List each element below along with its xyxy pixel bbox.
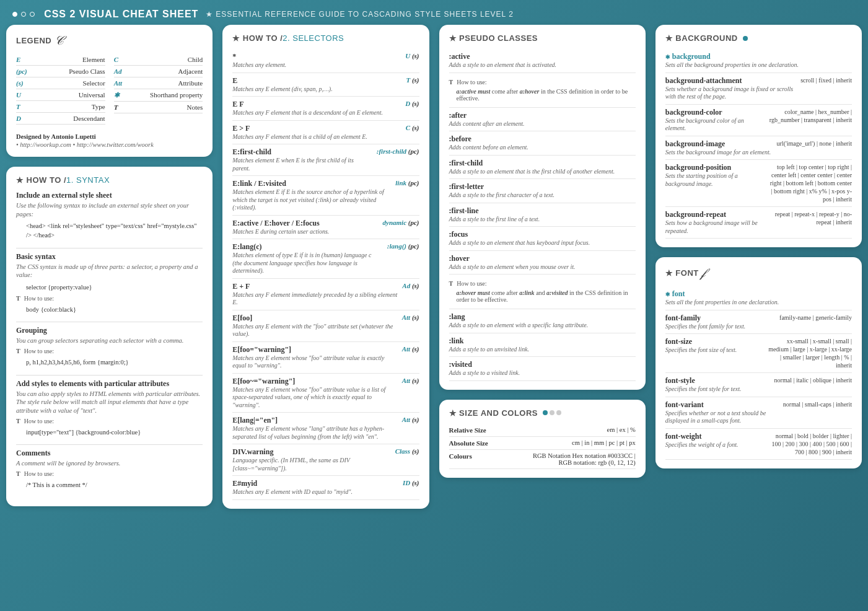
- property-name: font-size: [665, 337, 763, 346]
- legend-row: CChild: [114, 54, 203, 66]
- selector-left: EMatches any E element (div, span, p,…).: [232, 76, 401, 94]
- selector-desc: Matches E during certain user actions.: [232, 228, 377, 236]
- selector-item: DIV.warningLanguage specific. (In HTML, …: [232, 444, 419, 476]
- selector-left: DIV.warningLanguage specific. (In HTML, …: [232, 447, 390, 472]
- property-item: font-variantSpecifies whether or not a t…: [665, 397, 852, 429]
- syntax-section: Add styles to elements with particular a…: [16, 379, 203, 437]
- divider: [16, 322, 203, 322]
- selector-desc: Matches any element.: [232, 61, 400, 69]
- syntax-section: Basic syntaxThe CSS syntax is made up of…: [16, 252, 203, 315]
- legend-title: LEGEND 𝒞: [16, 33, 203, 48]
- legend-key: T: [114, 103, 118, 111]
- selector-item: E:lang(c)Matches element of type E if it…: [232, 239, 419, 279]
- size-label: Absolute Size: [449, 439, 488, 447]
- background-body: backgroundSets all the background proper…: [665, 49, 852, 239]
- property-left: background-attachmentSets whether a back…: [665, 76, 796, 101]
- size-dots: [543, 410, 561, 415]
- property-name: background-image: [665, 139, 772, 149]
- selector-desc: Matches any F element that is a descenda…: [232, 109, 400, 117]
- property-item: font-weightSpecifies the weight of a fon…: [665, 429, 852, 460]
- page-title: CSS 2 VISUAL CHEAT SHEET: [44, 9, 198, 20]
- legend-col-right: CChildAdAdjacentAttAttribute✱Shorthand p…: [114, 54, 203, 125]
- selector-name: E:first-child: [232, 147, 372, 157]
- legend-value: Selector: [83, 79, 105, 87]
- property-desc: Specifies the weight of a font.: [665, 441, 763, 449]
- selector-desc: Matches element of type E if it is in (h…: [232, 252, 382, 275]
- legend-key: D: [16, 115, 21, 122]
- selector-left: E + FMatches any F element immediately p…: [232, 282, 397, 307]
- legend-value: Attribute: [178, 79, 203, 87]
- legend-row: (pc)Pseudo Class: [16, 66, 105, 77]
- code-block: <head> <link rel="stylesheet" type="text…: [26, 222, 203, 240]
- section-title: Comments: [16, 449, 203, 458]
- legend-grid: EElement(pc)Pseudo Class(s)SelectorUUniv…: [16, 54, 203, 125]
- selector-name: E[foo="warning"]: [232, 345, 397, 354]
- pseudo-name: :first-letter: [449, 182, 636, 191]
- property-values: scroll | fixed | inherit: [800, 76, 852, 84]
- section-desc: The CSS syntax is made up of three parts…: [16, 263, 203, 279]
- dot: [21, 12, 26, 17]
- property-name: background: [665, 52, 852, 61]
- property-values: family-name | generic-family: [779, 314, 852, 322]
- note-text: a:hover must come after a:link and a:vis…: [449, 287, 636, 306]
- howto2-num: 2. SELECTORS: [283, 33, 344, 43]
- selector-desc: Language specific. (In HTML, the same as…: [232, 457, 390, 472]
- legend-value: Type: [92, 103, 105, 110]
- size-title: ★ SIZE AND COLORS: [449, 408, 636, 418]
- size-row: ColoursRGB Notation Hex notation #0033CC…: [449, 450, 636, 469]
- property-values: url('image_url') | none | inherit: [777, 139, 852, 147]
- selector-desc: Matches any E element whose "foo" attrib…: [232, 386, 397, 410]
- size-title-text: ★ SIZE AND COLORS: [449, 408, 538, 418]
- legend-card: LEGEND 𝒞 EElement(pc)Pseudo Class(s)Sele…: [6, 25, 213, 157]
- property-left: font-familySpecifies the font family for…: [665, 314, 774, 331]
- legend-row: EElement: [16, 54, 105, 66]
- column-4: ★ BACKGROUND backgroundSets all the back…: [655, 25, 862, 509]
- property-desc: Specifies the font family for text.: [665, 323, 774, 331]
- pseudo-name: :after: [449, 111, 636, 120]
- column-2: ★ HOW TO / 2. SELECTORS *Matches any ele…: [222, 25, 429, 509]
- property-item: background-positionSets the starting pos…: [665, 160, 852, 207]
- selector-type: Att (s): [402, 416, 419, 423]
- note-text: a:active must come after a:hover in the …: [449, 86, 636, 104]
- property-desc: Sets the background image for an element…: [665, 149, 772, 157]
- pseudo-item: :first-letterAdds a style to the first c…: [449, 179, 636, 203]
- legend-row: TNotes: [114, 102, 203, 113]
- property-desc: Sets all the font properties in one decl…: [665, 299, 852, 307]
- column-1: LEGEND 𝒞 EElement(pc)Pseudo Class(s)Sele…: [6, 25, 213, 509]
- legend-col-left: EElement(pc)Pseudo Class(s)SelectorUUniv…: [16, 54, 105, 125]
- dot-active: [543, 410, 548, 415]
- howto1-body: Include an external style sheetUse the f…: [16, 191, 203, 490]
- main-columns: LEGEND 𝒞 EElement(pc)Pseudo Class(s)Sele…: [6, 25, 862, 509]
- pseudo-item: :langAdds a style to an element with a s…: [449, 309, 636, 333]
- property-left: background-positionSets the starting pos…: [665, 163, 763, 188]
- section-title: Add styles to elements with particular a…: [16, 379, 203, 389]
- selector-desc: Matches any E element whose "foo" attrib…: [232, 354, 397, 370]
- selector-item: E:first-childMatches element E when E is…: [232, 144, 419, 176]
- selector-desc: Matches any E element whose "lang" attri…: [232, 425, 397, 441]
- credit-author: Designed by Antonio Lupetti: [16, 133, 203, 140]
- property-values: top left | top center | top right | cent…: [768, 163, 852, 203]
- property-left: font-styleSpecifies the font style for t…: [665, 376, 769, 393]
- selector-type: Att (s): [402, 345, 419, 353]
- selector-left: E[foo~="warning"]Matches any E element w…: [232, 377, 397, 410]
- pseudo-item: :focusAdds a style to an element that ha…: [449, 227, 636, 251]
- legend-title-text: LEGEND: [16, 36, 51, 45]
- pseudo-title: ★ PSEUDO CLASSES: [449, 33, 636, 43]
- selector-type: C (s): [406, 124, 419, 131]
- section-desc: You can also apply styles to HTML elemen…: [16, 390, 203, 415]
- note-label: How to use:: [449, 280, 636, 287]
- legend-value: Pseudo Class: [69, 68, 105, 75]
- selector-item: *Matches any element.U (s): [232, 49, 419, 73]
- howto2-title: ★ HOW TO / 2. SELECTORS: [232, 33, 419, 43]
- legend-row: UUniversal: [16, 89, 105, 101]
- size-label: Colours: [449, 452, 472, 466]
- property-item: font-sizeSpecifies the font size of text…: [665, 334, 852, 373]
- syntax-section: GroupingYou can group selectors separati…: [16, 326, 203, 367]
- pseudo-name: :link: [449, 336, 636, 346]
- howto1-title: ★ HOW TO / 1. SYNTAX: [16, 175, 203, 185]
- note-label: How to use:: [449, 79, 636, 86]
- howto-syntax-card: ★ HOW TO / 1. SYNTAX Include an external…: [6, 167, 213, 506]
- howto2-prefix: ★ HOW TO /: [232, 33, 283, 43]
- property-name: font-weight: [665, 432, 763, 441]
- dot: [30, 12, 35, 17]
